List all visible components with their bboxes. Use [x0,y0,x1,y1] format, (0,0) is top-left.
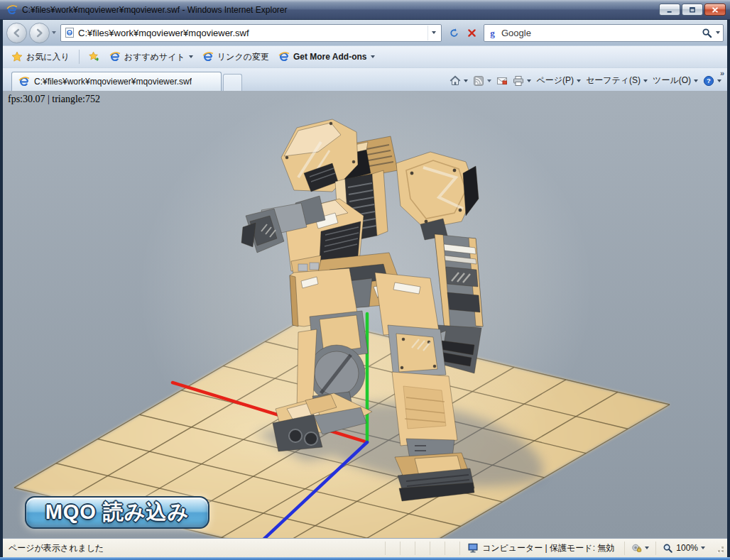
zoom-control[interactable]: 100% [655,542,712,555]
toolbar-overflow-button[interactable]: » [720,69,724,77]
stop-icon [467,28,477,38]
zoom-magnifier-icon [663,543,673,554]
chevron-down-icon [189,55,193,58]
forward-button[interactable] [29,23,50,43]
google-icon [487,28,498,38]
search-box[interactable] [484,24,724,42]
favorites-button[interactable]: お気に入り [9,50,72,65]
divider [79,50,80,64]
links-change-button[interactable]: リンクの変更 [200,50,271,65]
status-pane [445,542,459,555]
add-to-favorites-bar-button[interactable] [87,50,102,64]
active-tab[interactable]: C:¥files¥work¥mqoviewer¥mqoviewer.swf [11,72,222,91]
zoom-level: 100% [676,543,698,553]
chevron-down-icon [701,547,705,549]
chevron-down-icon [527,79,531,82]
status-message: ページが表示されました [9,542,385,554]
home-icon [450,75,461,87]
print-button[interactable] [513,75,531,87]
page-icon [64,27,75,38]
address-bar[interactable] [60,24,442,42]
resize-grip[interactable] [714,543,724,553]
chevron-down-icon [577,79,581,82]
favorites-label: お気に入り [26,51,70,63]
feeds-button[interactable] [473,75,491,87]
protected-mode-button[interactable] [624,542,655,555]
search-icon[interactable] [702,28,712,38]
ie-icon [6,4,18,16]
viewer-canvas[interactable]: fps:30.07 | triangle:752 MQO 読み込み [3,91,727,538]
stats-text: fps:30.07 | triangle:752 [8,94,100,105]
command-bar: ページ(P) セーフティ(S) ツール(O) [450,75,721,91]
chevron-down-icon [694,79,698,82]
computer-icon [467,542,479,554]
ie-icon [18,76,30,87]
refresh-button[interactable] [446,23,462,42]
star-icon [11,51,23,62]
home-button[interactable] [450,75,468,87]
navigation-bar [3,20,727,45]
safety-menu-label: セーフティ(S) [586,75,641,87]
shield-lock-icon [631,543,642,554]
rss-feed-icon [473,75,484,87]
suggested-sites-button[interactable]: おすすめサイト [107,50,195,65]
search-input[interactable] [501,28,698,38]
mail-icon [496,75,508,87]
address-dropdown-button[interactable] [427,26,440,40]
chevron-down-icon [643,79,648,82]
printer-icon [513,75,524,87]
ie-page-icon [109,51,121,62]
chevron-down-icon [464,79,468,82]
mqo-load-button[interactable]: MQO 読み込み [25,496,209,529]
safety-menu-button[interactable]: セーフティ(S) [586,75,648,87]
ie-page-icon [202,51,214,62]
tab-title: C:¥files¥work¥mqoviewer¥mqoviewer.swf [34,77,192,87]
help-icon [703,75,714,87]
minimize-icon [665,6,674,14]
status-pane [400,542,415,555]
window-frame-bottom [0,557,730,560]
chevron-down-icon [717,79,721,82]
close-button[interactable] [704,4,726,16]
refresh-icon [449,28,459,38]
tab-bar: C:¥files¥work¥mqoviewer¥mqoviewer.swf ペー… [3,67,727,91]
page-menu-label: ページ(P) [536,75,574,87]
maximize-button[interactable] [682,4,703,16]
star-add-icon [89,51,100,62]
title-bar[interactable]: C:¥files¥work¥mqoviewer¥mqoviewer.swf - … [0,0,730,20]
window-title: C:¥files¥work¥mqoviewer¥mqoviewer.swf - … [22,5,655,15]
page-menu-button[interactable]: ページ(P) [536,75,581,87]
recent-pages-dropdown[interactable] [52,31,56,34]
arrow-left-icon [11,28,22,38]
chevron-down-icon [487,79,491,82]
new-tab-button[interactable] [223,74,242,91]
arrow-right-icon [34,28,45,38]
chevron-down-icon [432,31,436,34]
chevron-down-icon [371,55,375,58]
search-options-dropdown[interactable] [716,31,720,34]
close-icon [711,6,719,14]
status-pane [385,542,400,555]
favorites-bar: お気に入り おすすめサイト リンクの変更 Get More Add-ons [3,45,727,67]
status-bar: ページが表示されました コンピューター | 保護モード: 無効 100% [3,538,727,557]
security-zone: コンピューター | 保護モード: 無効 [459,542,624,555]
links-change-label: リンクの変更 [217,51,269,63]
back-button[interactable] [6,23,27,43]
read-mail-button[interactable] [496,75,508,87]
address-input[interactable] [78,28,425,38]
maximize-icon [688,6,697,14]
ie-page-icon [278,51,290,62]
tools-menu-button[interactable]: ツール(O) [653,75,698,87]
minimize-button[interactable] [659,4,680,16]
tools-menu-label: ツール(O) [653,75,691,87]
help-button[interactable] [703,75,721,87]
chevron-down-icon [645,547,649,549]
zone-text: コンピューター | 保護モード: 無効 [482,542,614,554]
status-pane [415,542,430,555]
status-pane [430,542,445,555]
get-addons-label: Get More Add-ons [293,52,367,62]
browser-window: C:¥files¥work¥mqoviewer¥mqoviewer.swf - … [0,0,730,560]
stop-button[interactable] [464,23,479,42]
suggested-sites-label: おすすめサイト [124,51,185,63]
get-addons-button[interactable]: Get More Add-ons [276,50,377,64]
